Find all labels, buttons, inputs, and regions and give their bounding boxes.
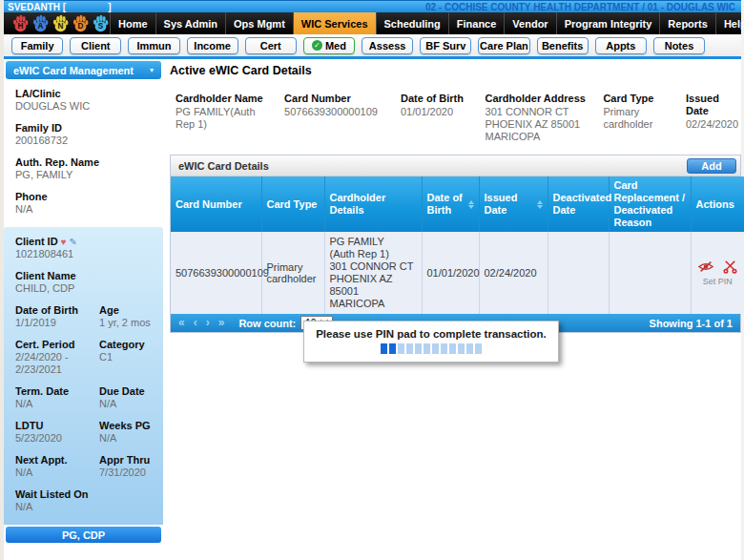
menu-item-program-integrity[interactable]: Program Integrity (556, 12, 660, 34)
svg-text:H: H (18, 22, 24, 31)
tab-benefits[interactable]: Benefits (537, 37, 589, 54)
progress-segment (466, 343, 473, 354)
field-value: 02/24/2020 (686, 118, 734, 131)
field-value: DOUGLAS WIC (15, 100, 163, 113)
tab-notes[interactable]: Notes (653, 37, 705, 54)
client-id-label: Client ID (15, 236, 58, 247)
menu-item-vendor[interactable]: Vendor (504, 12, 555, 34)
info-pair-row: Next Appt.N/A Appr Thru7/31/2020 (15, 454, 161, 479)
tab-care-plan[interactable]: Care Plan (478, 37, 529, 54)
svg-text:D: D (78, 22, 84, 31)
add-card-button[interactable]: Add (687, 158, 736, 174)
next-page-icon[interactable] (206, 314, 210, 332)
col-card-type: Card Type (261, 176, 324, 232)
tab-cert[interactable]: Cert (245, 37, 297, 54)
sort-icon[interactable] (537, 200, 543, 209)
client-name-row: Client Name CHILD, CDP (15, 270, 161, 295)
category-footer-button[interactable]: PG, CDP (6, 527, 161, 543)
field-value: 1 yr, 2 mos (99, 317, 161, 329)
col-issued-date: Issued Date (479, 176, 548, 232)
first-page-icon[interactable] (178, 314, 185, 332)
pair-col: Date of Birth1/1/2019 (15, 304, 99, 329)
tab-label: Assess (369, 40, 406, 52)
info-pair-row: Cert. Period2/24/2020 - 2/23/2021 Catego… (15, 339, 161, 376)
hand-icon: D (72, 14, 90, 33)
family-info-section: LA/Clinic DOUGLAS WIC Family ID 20016873… (4, 79, 163, 227)
info-pair-row: LDTU5/23/2020 Weeks PGN/A (15, 420, 161, 445)
field-label: Due Date (99, 385, 161, 398)
field-value: PG FAMILY(Auth Rep 1) (176, 106, 277, 131)
tab-label: Income (194, 40, 231, 52)
client-tabbar: Family Client Immun Income Cert Med Asse… (4, 34, 741, 59)
table-header-row: Card Number Card Type Cardholder Details… (171, 176, 744, 232)
progress-segment (441, 343, 447, 354)
deactivate-card-scissors-icon[interactable] (723, 259, 737, 274)
tab-appts[interactable]: Appts (595, 37, 647, 54)
prev-page-icon[interactable] (194, 314, 197, 332)
col-replacement-reason: Card Replacement / Deactivated Reason (609, 176, 691, 232)
field-value: N/A (99, 432, 161, 445)
pencil-edit-icon[interactable] (70, 237, 77, 247)
field-label: Date of Birth (15, 304, 99, 317)
tab-client[interactable]: Client (70, 37, 121, 54)
tab-label: Med (325, 40, 346, 52)
summary-col: Date of Birth01/01/2020 (401, 93, 486, 143)
menu-item-reports[interactable]: Reports (659, 12, 715, 34)
heart-icon (61, 237, 67, 247)
menu-item-scheduling[interactable]: Scheduling (376, 12, 448, 34)
info-pair-row: Term. DateN/A Due DateN/A (15, 385, 161, 410)
cardholder-details-cell: PG FAMILY (Auth Rep 1) 301 CONNOR CT PHO… (324, 232, 422, 314)
last-page-icon[interactable] (218, 314, 225, 332)
pin-progress (312, 343, 550, 354)
page-title: Active eWIC Card Details (170, 64, 741, 77)
tab-income[interactable]: Income (187, 37, 238, 54)
tab-med[interactable]: Med (303, 37, 355, 54)
menu-item-ops-mgmt[interactable]: Ops Mgmt (225, 12, 293, 34)
svg-text:S: S (98, 22, 104, 31)
tab-bf-surv[interactable]: BF Surv (420, 37, 471, 54)
svg-text:A: A (38, 22, 44, 31)
module-selector-label: eWIC Card Management (13, 65, 134, 76)
field-label: Family ID (15, 122, 163, 135)
app-window: SVEDANTH [ ] 02 - COCHISE COUNTY HEALTH … (0, 0, 744, 560)
info-row: LA/Clinic DOUGLAS WIC (15, 88, 163, 113)
col-cardholder-details: Cardholder Details (324, 176, 422, 232)
tab-label: Cert (260, 40, 281, 52)
tab-family[interactable]: Family (11, 37, 63, 54)
progress-segment (449, 343, 456, 354)
field-value: 2/24/2020 - 2/23/2021 (15, 351, 99, 376)
info-pair-row: Wait Listed OnN/A (15, 488, 161, 513)
menu-item-home[interactable]: Home (110, 12, 155, 34)
svg-text:N: N (58, 22, 64, 31)
tab-immun[interactable]: Immun (128, 37, 179, 54)
sort-icon[interactable] (468, 200, 474, 209)
client-id-value: 1021808461 (15, 248, 161, 260)
pin-pad-message-box: Please use PIN pad to complete transacti… (303, 321, 559, 363)
field-value: 5/23/2020 (15, 432, 99, 445)
tab-label: Care Plan (480, 40, 528, 52)
field-value: N/A (15, 398, 99, 410)
tab-label: Notes (665, 40, 694, 52)
showing-count-label: Showing 1-1 of 1 (650, 318, 733, 329)
dob-cell: 01/01/2020 (422, 232, 479, 314)
field-label: Wait Listed On (15, 488, 99, 501)
menu-item-sys-admin[interactable]: Sys Admin (155, 12, 225, 34)
field-label: LDTU (15, 420, 99, 432)
menu-item-finance[interactable]: Finance (448, 12, 505, 34)
menu-item-help[interactable]: Help (715, 12, 744, 34)
col-card-number: Card Number (171, 176, 261, 232)
view-pin-eye-slash-icon[interactable] (698, 260, 713, 273)
field-label: Age (99, 304, 161, 317)
menu-item-wic-services[interactable]: WIC Services (293, 12, 376, 34)
tab-assess[interactable]: Assess (362, 37, 413, 54)
summary-col: Card TypePrimary cardholder (603, 93, 686, 143)
main-content: Active eWIC Card Details Cardholder Name… (168, 59, 741, 560)
tab-label: BF Surv (425, 40, 465, 52)
check-icon (312, 40, 322, 51)
module-selector-dropdown[interactable]: eWIC Card Management (6, 61, 161, 79)
pair-col: Appr Thru7/31/2020 (99, 454, 161, 479)
field-value: 5076639300000109 (284, 106, 393, 118)
summary-col: Issued Date02/24/2020 (686, 93, 741, 143)
field-label: Cardholder Address (486, 93, 596, 105)
logged-in-user: SVEDANTH [ (8, 2, 66, 12)
